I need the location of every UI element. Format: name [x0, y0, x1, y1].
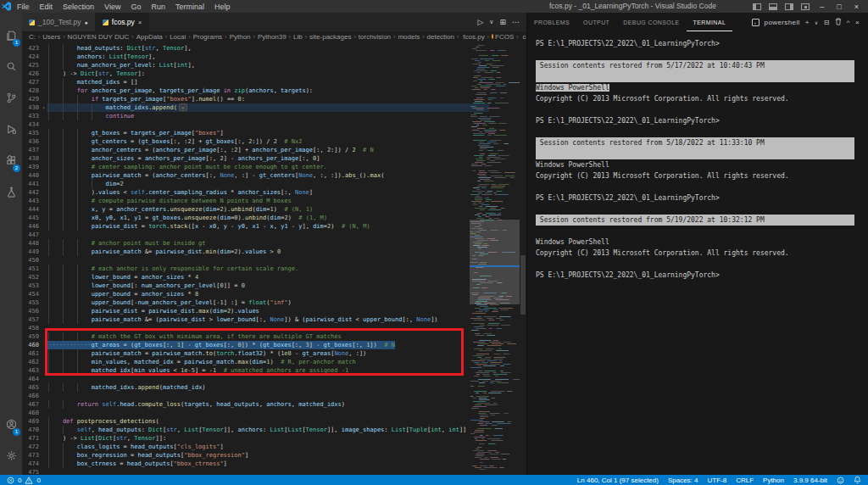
split-editor-icon[interactable]: ⊞ [499, 18, 506, 26]
kill-terminal-icon[interactable] [835, 18, 842, 26]
editor-tab-_100_Test.py[interactable]: _100_Test.py● [22, 13, 96, 31]
indentation-setting[interactable]: Spaces: 4 [668, 477, 698, 484]
line-number[interactable]: 440 [22, 171, 41, 180]
line-number[interactable]: 450 [22, 256, 41, 265]
code-line-455[interactable]: 455upper_bound[-num_anchors_per_level[-1… [22, 298, 526, 307]
code-line-459[interactable]: 459# match the GT box with minimum area,… [22, 332, 526, 341]
code-line-457[interactable]: 457pairwise_match &= (pairwise_dist > lo… [22, 315, 526, 324]
toggle-sidebar-icon[interactable] [753, 3, 761, 10]
code-line-449[interactable]: 449pairwise_match &= pairwise_dist.min(d… [22, 248, 526, 256]
search-icon[interactable] [0, 51, 22, 82]
line-number[interactable]: 465 [22, 383, 41, 392]
panel-tab-output[interactable]: OUTPUT [576, 13, 616, 31]
minimize-button[interactable]: – [817, 3, 826, 11]
code-line-445[interactable]: 445x0, y0, x1, y1 = gt_boxes.unsqueeze(d… [22, 214, 526, 222]
extensions-icon[interactable]: 2 [0, 145, 22, 176]
line-number[interactable]: 438 [22, 154, 41, 163]
code-line-461[interactable]: 461pairwise_match = pairwise_match.to(to… [22, 349, 526, 358]
code-line-453[interactable]: 453lower_bound[: num_anchors_per_level[0… [22, 282, 526, 290]
line-number[interactable]: 425 [22, 61, 41, 70]
code-line-439[interactable]: 439# center sampling: anchor point must … [22, 163, 526, 171]
settings-gear-icon[interactable] [0, 440, 22, 471]
terminal-shell-label[interactable]: powershell [765, 19, 800, 26]
code-line-467[interactable]: 467return self.head.compute_loss(targets… [22, 400, 526, 409]
line-number[interactable]: 453 [22, 282, 41, 290]
errors-count[interactable]: 0 [18, 477, 21, 484]
maximize-panel-icon[interactable]: ^ [847, 19, 850, 26]
line-number[interactable]: 439 [22, 163, 41, 171]
warnings-icon[interactable] [25, 477, 33, 484]
line-number[interactable]: 445 [22, 214, 41, 222]
code-line-425[interactable]: 425num_anchors_per_level: List[int], [22, 61, 526, 70]
close-panel-icon[interactable]: × [855, 19, 860, 26]
menu-file[interactable]: File [12, 3, 35, 11]
warnings-count[interactable]: 0 [36, 477, 40, 484]
line-number[interactable]: 459 [22, 332, 41, 341]
code-line-443[interactable]: 443# compute pairwise distance between N… [22, 197, 526, 205]
line-number[interactable]: 437 [22, 146, 41, 154]
code-line-473[interactable]: 473box_regression = head_outputs["bbox_r… [22, 451, 526, 460]
account-icon[interactable]: 1 [0, 409, 22, 440]
code-line-463[interactable]: 463matched_idx[min_values < 1e-5] = -1 #… [22, 366, 526, 375]
code-line-428[interactable]: 428for anchors_per_image, targets_per_im… [22, 86, 526, 95]
feedback-icon[interactable] [837, 477, 844, 484]
panel-tab-problems[interactable]: PROBLEMS [527, 13, 576, 31]
line-number[interactable]: 435 [22, 129, 41, 137]
line-number[interactable]: 423 [22, 44, 41, 53]
code-line-434[interactable]: 434 [22, 120, 526, 129]
line-number[interactable]: 454 [22, 290, 41, 298]
line-number[interactable]: 457 [22, 315, 41, 324]
code-editor[interactable]: 423head_outputs: Dict[str, Tensor],424an… [22, 42, 526, 475]
breadcrumb-item[interactable]: Lib [293, 33, 303, 41]
line-number[interactable]: 434 [22, 120, 41, 129]
line-number[interactable]: 447 [22, 231, 41, 239]
line-number[interactable]: 458 [22, 324, 41, 332]
customize-layout-icon[interactable] [801, 3, 810, 10]
code-line-468[interactable]: 468 [22, 409, 526, 417]
breadcrumb-item[interactable]: C: [29, 33, 36, 41]
breadcrumb-item[interactable]: models [398, 33, 420, 41]
python-interpreter[interactable]: 3.9.9 64-bit [793, 477, 827, 484]
code-line-433[interactable]: 433continue [22, 112, 526, 120]
language-mode[interactable]: Python [763, 477, 784, 484]
notifications-bell-icon[interactable] [854, 476, 861, 484]
code-line-456[interactable]: 456pairwise_dist = pairwise_dist.max(dim… [22, 307, 526, 315]
split-terminal-icon[interactable]: ⊟ [824, 19, 830, 26]
code-line-423[interactable]: 423head_outputs: Dict[str, Tensor], [22, 44, 526, 53]
line-number[interactable]: 473 [22, 451, 41, 460]
line-number[interactable]: 449 [22, 248, 41, 256]
line-number[interactable]: 474 [22, 460, 41, 468]
breadcrumb-item[interactable]: Python [230, 33, 251, 41]
line-number[interactable]: 443 [22, 197, 41, 205]
code-line-471[interactable]: 471) -> List[Dict[str, Tensor]]: [22, 434, 526, 443]
source-control-icon[interactable] [0, 82, 22, 114]
code-line-444[interactable]: 444x, y = anchor_centers.unsqueeze(dim=2… [22, 205, 526, 214]
code-line-465[interactable]: 465matched_idxs.append(matched_idx) [22, 383, 526, 392]
code-line-451[interactable]: 451# each anchor is only responsible for… [22, 265, 526, 273]
line-number[interactable]: 441 [22, 180, 41, 188]
code-line-452[interactable]: 452lower_bound = anchor_sizes * 4 [22, 273, 526, 282]
line-number[interactable]: 424 [22, 53, 41, 61]
breadcrumb-item[interactable]: torchvision [359, 33, 391, 41]
menu-terminal[interactable]: Terminal [170, 3, 209, 11]
line-number[interactable]: 463 [22, 366, 41, 375]
line-number[interactable]: 436 [22, 137, 41, 146]
code-line-458[interactable]: 458 [22, 324, 526, 332]
breadcrumb[interactable]: C:›Users›NGUYEN DUY DUC›AppData›Local›Pr… [22, 31, 526, 42]
editor-scrollbar[interactable] [520, 42, 526, 472]
breadcrumb-item[interactable]: Programs [193, 33, 223, 41]
breadcrumb-item[interactable]: Users [42, 33, 60, 41]
code-line-470[interactable]: 470self, head_outputs: Dict[str, List[Te… [22, 426, 526, 434]
close-tab-icon[interactable]: × [138, 19, 142, 26]
code-line-435[interactable]: 435gt_boxes = targets_per_image["boxes"] [22, 129, 526, 137]
editor-tab-fcos.py[interactable]: fcos.py× [96, 13, 150, 31]
close-window-button[interactable]: × [852, 3, 861, 11]
line-number[interactable]: 469 [22, 417, 41, 426]
restore-button[interactable]: □ [834, 3, 843, 11]
code-line-440[interactable]: 440pairwise_match = (anchor_centers[:, N… [22, 171, 526, 180]
code-line-442[interactable]: 442).values < self.center_sampling_radiu… [22, 188, 526, 197]
code-line-450[interactable]: 450 [22, 256, 526, 265]
code-line-426[interactable]: 426) -> Dict[str, Tensor]: [22, 70, 526, 78]
breadcrumb-item[interactable]: site-packages [309, 33, 351, 41]
fold-chevron-icon[interactable]: › [41, 103, 47, 112]
